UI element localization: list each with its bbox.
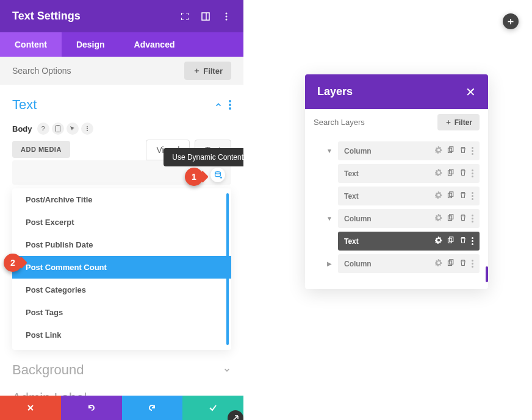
section-background: Background — [12, 350, 231, 378]
dropdown-item[interactable]: Post Categories — [12, 279, 231, 301]
dynamic-content-icon[interactable] — [210, 168, 225, 182]
callout-2: 2 — [4, 254, 26, 272]
layer-delete-icon[interactable] — [459, 237, 467, 246]
layers-filter-button[interactable]: ＋Filter — [437, 114, 480, 130]
panel-toggle-icon[interactable] — [201, 12, 210, 21]
layer-more-icon[interactable] — [472, 260, 473, 268]
dynamic-content-tooltip: Use Dynamic Content — [164, 148, 243, 166]
more-menu-icon[interactable] — [221, 12, 231, 21]
layer-more-icon[interactable] — [472, 237, 473, 245]
layer-label: Column — [344, 260, 435, 268]
layer-duplicate-icon[interactable] — [447, 259, 455, 268]
svg-rect-17 — [450, 215, 453, 219]
layer-duplicate-icon[interactable] — [447, 191, 455, 201]
tab-advanced[interactable]: Advanced — [120, 32, 190, 57]
settings-sidebar: Text Settings Content Design Advanced ＋F… — [0, 0, 243, 396]
section-text: Text Body ? ADD MEDIA Visual Text — [12, 85, 231, 350]
tab-content[interactable]: Content — [0, 32, 62, 57]
svg-point-2 — [226, 12, 228, 14]
svg-point-4 — [226, 18, 228, 20]
add-media-button[interactable]: ADD MEDIA — [12, 141, 70, 158]
layer-settings-icon[interactable] — [435, 146, 442, 155]
plus-icon: ＋ — [193, 65, 201, 76]
dropdown-item[interactable]: Post Comment Count — [12, 256, 231, 279]
layer-settings-icon[interactable] — [435, 259, 442, 268]
svg-rect-20 — [448, 261, 452, 266]
undo-button[interactable] — [61, 396, 122, 420]
layer-more-icon[interactable] — [472, 192, 473, 200]
layer-delete-icon[interactable] — [459, 259, 467, 268]
dropdown-item[interactable]: Post/Archive Title — [12, 188, 231, 211]
layers-search-input[interactable] — [314, 118, 437, 127]
layers-resize-handle[interactable] — [486, 266, 488, 282]
section-background-title: Background — [12, 362, 84, 378]
dynamic-content-dropdown: Post/Archive TitlePost ExcerptPost Publi… — [12, 188, 231, 350]
layer-item[interactable]: Text — [338, 187, 480, 205]
sidebar-title: Text Settings — [12, 10, 180, 23]
focus-icon[interactable] — [180, 12, 190, 21]
layer-item[interactable]: Column — [338, 254, 480, 273]
section-background-header[interactable]: Background — [12, 362, 231, 378]
device-phone-icon[interactable] — [52, 123, 64, 135]
layer-duplicate-icon[interactable] — [447, 146, 455, 155]
layer-more-icon[interactable] — [472, 169, 473, 177]
layers-panel: Layers ✕ ＋Filter ▼ColumnTextText▼ColumnT… — [305, 74, 488, 289]
layer-delete-icon[interactable] — [459, 146, 467, 155]
layer-caret-icon[interactable]: ▼ — [326, 148, 333, 154]
layer-settings-icon[interactable] — [435, 237, 442, 246]
dropdown-item[interactable]: Post Publish Date — [12, 233, 231, 256]
layer-settings-icon[interactable] — [435, 214, 442, 223]
svg-rect-11 — [450, 147, 453, 152]
section-admin-title: Admin Label — [12, 390, 87, 396]
filter-button[interactable]: ＋Filter — [184, 62, 231, 80]
dropdown-item[interactable]: Post Excerpt — [12, 211, 231, 233]
section-admin-label: Admin Label — [12, 378, 231, 396]
layer-delete-icon[interactable] — [459, 169, 467, 178]
dropdown-item[interactable]: Post Link — [12, 324, 231, 346]
svg-point-9 — [215, 172, 221, 174]
layer-caret-icon[interactable]: ▼ — [326, 215, 333, 222]
layer-label: Text — [344, 237, 435, 246]
section-more-icon[interactable] — [229, 100, 231, 110]
layer-duplicate-icon[interactable] — [447, 237, 455, 246]
svg-rect-18 — [448, 238, 452, 243]
body-more-icon[interactable] — [81, 123, 93, 135]
search-input[interactable] — [12, 66, 184, 76]
layers-close-icon[interactable]: ✕ — [466, 86, 476, 98]
layer-row: Text — [338, 187, 480, 205]
cursor-icon[interactable] — [66, 123, 79, 135]
layer-item[interactable]: Text — [338, 232, 480, 251]
section-text-header[interactable]: Text — [12, 97, 231, 113]
layer-item[interactable]: Column — [338, 141, 480, 160]
layer-caret-icon[interactable]: ▶ — [326, 260, 333, 267]
svg-point-7 — [87, 128, 88, 129]
layer-delete-icon[interactable] — [459, 214, 467, 223]
plus-icon: ＋ — [445, 117, 452, 127]
svg-rect-15 — [450, 192, 453, 197]
add-module-button[interactable]: ＋ — [503, 13, 519, 29]
layer-delete-icon[interactable] — [459, 191, 467, 201]
tab-design[interactable]: Design — [62, 32, 120, 57]
layer-item[interactable]: Column — [338, 209, 480, 228]
layers-title: Layers — [317, 85, 353, 98]
layer-settings-icon[interactable] — [435, 169, 442, 178]
layer-row: ▼Column — [326, 141, 480, 160]
svg-rect-0 — [202, 13, 209, 20]
layer-more-icon[interactable] — [472, 215, 473, 222]
layer-settings-icon[interactable] — [435, 191, 442, 201]
layer-item[interactable]: Text — [338, 164, 480, 183]
redo-button[interactable] — [122, 396, 183, 420]
svg-rect-10 — [448, 148, 452, 153]
dropdown-item[interactable]: Post Tags — [12, 301, 231, 324]
layer-duplicate-icon[interactable] — [447, 214, 455, 223]
sidebar-tabs: Content Design Advanced — [0, 32, 243, 57]
body-row: Body ? — [12, 123, 231, 135]
layer-label: Text — [344, 192, 435, 201]
layer-more-icon[interactable] — [472, 147, 473, 155]
layers-header: Layers ✕ — [305, 74, 488, 109]
section-admin-header[interactable]: Admin Label — [12, 390, 231, 396]
help-icon[interactable]: ? — [37, 123, 49, 135]
layer-duplicate-icon[interactable] — [447, 169, 455, 178]
bottom-action-bar — [0, 396, 243, 420]
cancel-button[interactable] — [0, 396, 61, 420]
